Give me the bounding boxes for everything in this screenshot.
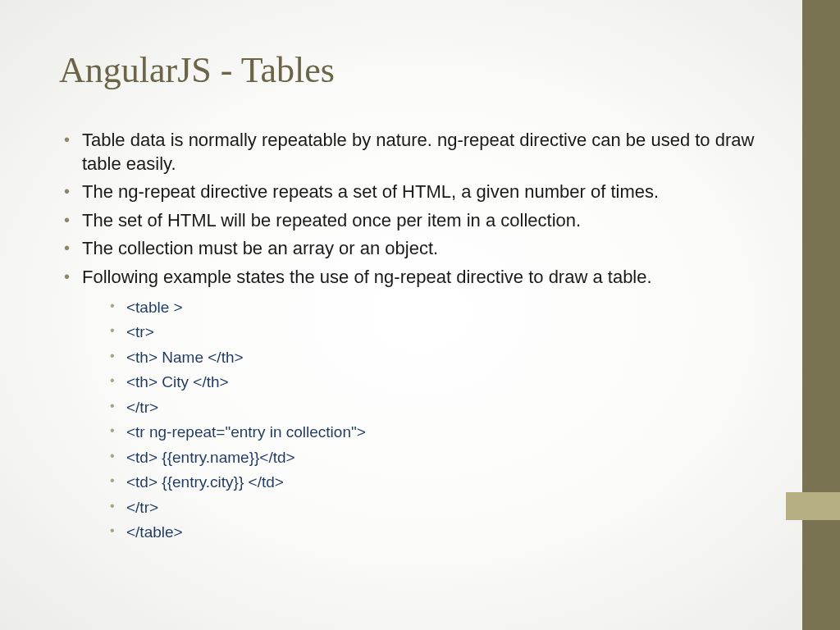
bullet-item: Following example states the use of ng-r… [59, 266, 755, 545]
bullet-item: The set of HTML will be repeated once pe… [59, 209, 755, 233]
code-line: </tr> [82, 396, 755, 420]
bullet-item: The ng-repeat directive repeats a set of… [59, 180, 755, 204]
code-line: </tr> [82, 496, 755, 520]
slide-title: AngularJS - Tables [59, 49, 755, 91]
bullet-item: The collection must be an array or an ob… [59, 237, 755, 261]
bullet-text: Following example states the use of ng-r… [82, 267, 652, 287]
code-line: <th> City </th> [82, 371, 755, 395]
code-list: <table > <tr> <th> Name </th> <th> City … [82, 296, 755, 545]
code-line: <td> {{entry.city}} </td> [82, 471, 755, 495]
slide-sidebar [802, 0, 840, 630]
code-line: <tr ng-repeat="entry in collection"> [82, 421, 755, 445]
slide-sidebar-accent [786, 492, 840, 520]
code-line: <th> Name </th> [82, 346, 755, 370]
bullet-list: Table data is normally repeatable by nat… [59, 129, 755, 545]
code-line: <tr> [82, 321, 755, 345]
bullet-item: Table data is normally repeatable by nat… [59, 129, 755, 176]
code-line: </table> [82, 521, 755, 545]
slide-body: AngularJS - Tables Table data is normall… [0, 0, 788, 630]
code-line: <td> {{entry.name}}</td> [82, 446, 755, 470]
code-line: <table > [82, 296, 755, 320]
